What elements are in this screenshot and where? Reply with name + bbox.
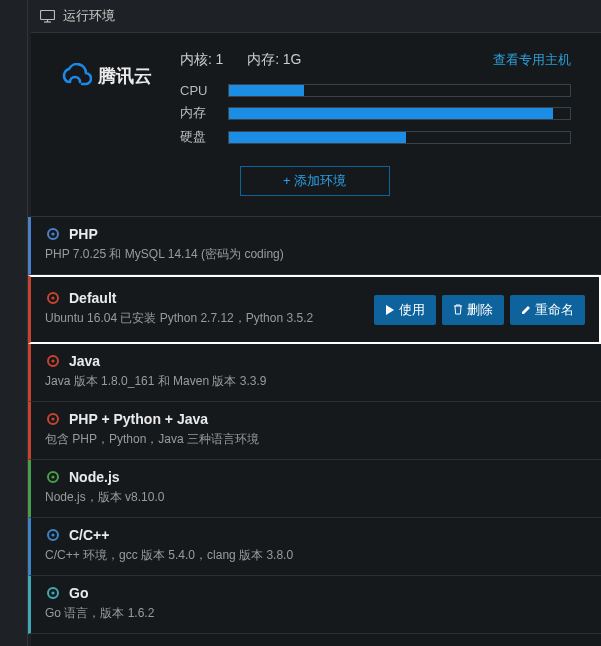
panel-header: 运行环境 [28, 0, 601, 33]
usage-bars: CPU 内存 硬盘 [180, 83, 571, 146]
env-item[interactable]: JavaJava 版本 1.8.0_161 和 Maven 版本 3.3.9 [28, 344, 601, 402]
cloud-brand: 腾讯云 [58, 51, 152, 146]
monitor-icon [40, 10, 55, 23]
env-name: Java [69, 353, 100, 369]
env-desc: 包含 PHP，Python，Java 三种语言环境 [45, 431, 587, 448]
cpu-bar [228, 84, 571, 97]
env-list: PHPPHP 7.0.25 和 MySQL 14.14 (密码为 coding)… [28, 217, 601, 634]
env-item[interactable]: PHP + Python + Java包含 PHP，Python，Java 三种… [28, 402, 601, 460]
env-item[interactable]: GoGo 语言，版本 1.6.2 [28, 576, 601, 634]
env-name: PHP + Python + Java [69, 411, 208, 427]
info-panel: 腾讯云 内核: 1 内存: 1G 查看专用主机 CPU 内存 硬盘 [28, 33, 601, 217]
panel-title: 运行环境 [63, 7, 115, 25]
env-name: C/C++ [69, 527, 109, 543]
env-icon [45, 469, 61, 485]
svg-point-6 [51, 296, 54, 299]
env-name: Node.js [69, 469, 120, 485]
use-button[interactable]: 使用 [374, 295, 436, 325]
svg-point-10 [51, 417, 54, 420]
env-desc: C/C++ 环境，gcc 版本 5.4.0，clang 版本 3.8.0 [45, 547, 587, 564]
env-icon [45, 353, 61, 369]
env-desc: Java 版本 1.8.0_161 和 Maven 版本 3.3.9 [45, 373, 587, 390]
mem-value: 1G [283, 51, 302, 67]
cores-value: 1 [216, 51, 224, 67]
rename-button[interactable]: 重命名 [510, 295, 585, 325]
brand-name: 腾讯云 [98, 64, 152, 88]
env-name: Default [69, 290, 116, 306]
mem-bar-label: 内存 [180, 104, 220, 122]
disk-label: 硬盘 [180, 128, 220, 146]
cpu-bar-fill [229, 85, 304, 96]
env-name: Go [69, 585, 88, 601]
env-item[interactable]: Node.jsNode.js，版本 v8.10.0 [28, 460, 601, 518]
svg-rect-0 [41, 10, 55, 19]
env-icon [45, 226, 61, 242]
cpu-label: CPU [180, 83, 220, 98]
env-icon [45, 585, 61, 601]
env-desc: PHP 7.0.25 和 MySQL 14.14 (密码为 coding) [45, 246, 587, 263]
trash-icon [453, 304, 463, 315]
svg-point-12 [51, 475, 54, 478]
add-env-button[interactable]: + 添加环境 [240, 166, 390, 196]
svg-point-8 [51, 359, 54, 362]
play-icon [385, 305, 395, 315]
cloud-icon [58, 63, 92, 89]
svg-point-16 [51, 591, 54, 594]
left-gutter [0, 0, 28, 646]
specs: 内核: 1 内存: 1G 查看专用主机 CPU 内存 硬盘 [180, 51, 571, 146]
pencil-icon [521, 305, 531, 315]
env-icon [45, 411, 61, 427]
disk-bar [228, 131, 571, 144]
main-panel: 运行环境 腾讯云 内核: 1 内存: 1G 查看专用主机 CPU [28, 0, 601, 646]
env-item[interactable]: PHPPHP 7.0.25 和 MySQL 14.14 (密码为 coding) [28, 217, 601, 275]
disk-bar-fill [229, 132, 406, 143]
env-item[interactable]: DefaultUbuntu 16.04 已安装 Python 2.7.12，Py… [28, 275, 601, 344]
env-name: PHP [69, 226, 98, 242]
env-icon [45, 290, 61, 306]
svg-point-4 [51, 232, 54, 235]
env-item[interactable]: C/C++C/C++ 环境，gcc 版本 5.4.0，clang 版本 3.8.… [28, 518, 601, 576]
mem-bar [228, 107, 571, 120]
env-desc: Go 语言，版本 1.6.2 [45, 605, 587, 622]
delete-button[interactable]: 删除 [442, 295, 504, 325]
svg-point-14 [51, 533, 54, 536]
env-desc: Node.js，版本 v8.10.0 [45, 489, 587, 506]
mem-bar-fill [229, 108, 553, 119]
mem-label: 内存: [247, 51, 279, 67]
env-icon [45, 527, 61, 543]
env-actions: 使用删除重命名 [374, 295, 585, 325]
view-host-link[interactable]: 查看专用主机 [493, 51, 571, 69]
cores-label: 内核: [180, 51, 212, 67]
